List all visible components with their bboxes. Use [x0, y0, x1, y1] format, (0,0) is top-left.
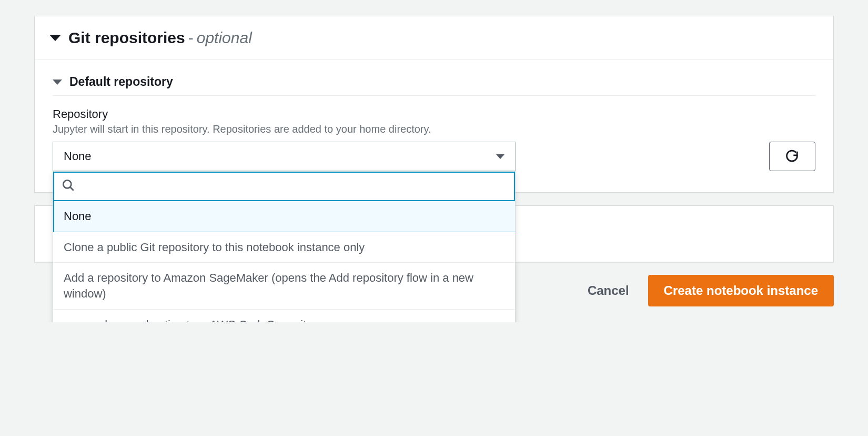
repository-field-help: Jupyter will start in this repository. R…	[53, 123, 815, 135]
repository-select[interactable]: None	[53, 142, 516, 171]
repository-option-add-sagemaker[interactable]: Add a repository to Amazon SageMaker (op…	[53, 263, 515, 309]
chevron-down-icon	[53, 80, 62, 85]
repository-option-codecommit[interactable]: cc-people-crowd-estimator - AWS CodeComm…	[53, 310, 515, 322]
refresh-icon	[785, 148, 800, 165]
create-notebook-instance-button[interactable]: Create notebook instance	[648, 275, 834, 306]
git-repositories-panel: Git repositories - optional Default repo…	[34, 16, 834, 193]
cancel-button[interactable]: Cancel	[583, 277, 633, 304]
svg-line-1	[70, 187, 74, 191]
panel-tag-separator: -	[188, 29, 194, 47]
repository-option-none[interactable]: None	[53, 201, 515, 232]
default-repository-header[interactable]: Default repository	[53, 75, 815, 96]
default-repository-title: Default repository	[69, 75, 173, 89]
repository-field-label: Repository	[53, 107, 815, 121]
repository-search[interactable]	[53, 172, 515, 201]
repository-option-clone-public[interactable]: Clone a public Git repository to this no…	[53, 232, 515, 263]
repository-select-value: None	[64, 150, 92, 163]
refresh-button[interactable]	[769, 142, 815, 171]
chevron-down-icon	[496, 154, 504, 159]
search-icon	[62, 179, 75, 194]
chevron-down-icon	[49, 35, 61, 41]
svg-point-0	[63, 180, 71, 188]
panel-title: Git repositories	[68, 29, 185, 47]
repository-dropdown: None Clone a public Git repository to th…	[53, 171, 516, 322]
repository-search-input[interactable]	[75, 173, 507, 200]
panel-tag-optional: optional	[197, 29, 252, 47]
panel-header[interactable]: Git repositories - optional	[35, 16, 833, 60]
